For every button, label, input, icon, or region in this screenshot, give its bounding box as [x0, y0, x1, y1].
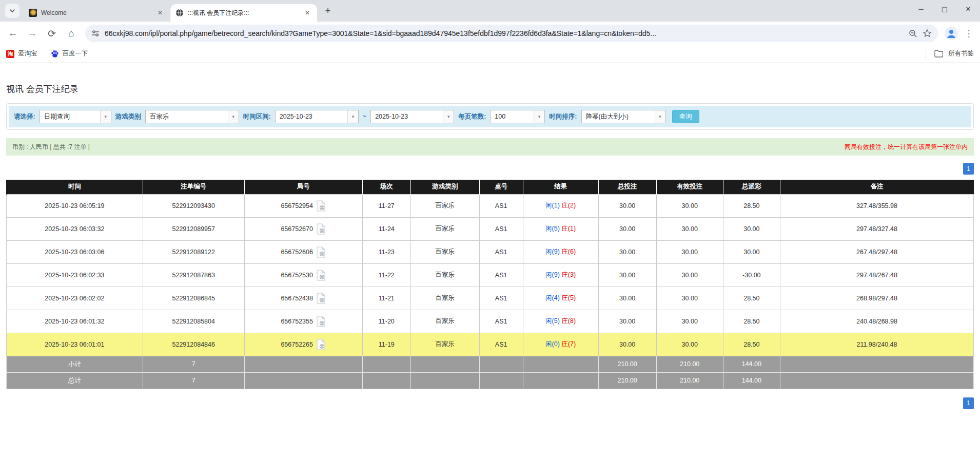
bet-time: 2025-10-23 06:05:19 — [7, 194, 143, 217]
empty-cell — [479, 372, 523, 389]
result-player: 闲(0) — [545, 340, 560, 348]
round-id-cell: 656752606 — [244, 240, 362, 263]
address-bar[interactable]: 66cxkj98.com/ipl/portal.php/game/betreco… — [85, 25, 938, 42]
sort-select[interactable]: 降幂(由大到小) ▼ — [581, 110, 666, 123]
url-text[interactable]: 66cxkj98.com/ipl/portal.php/game/betreco… — [105, 29, 904, 37]
session: 11-21 — [362, 287, 410, 310]
table-row: 2025-10-23 06:03:32522912089957656752670… — [7, 217, 974, 240]
table-header-row: 时间注单编号局号场次游戏类别桌号结果总投注有效投注总派彩备注 — [7, 180, 974, 194]
session: 11-23 — [362, 240, 410, 263]
bookmarks-bar: 淘 爱淘宝 百度一下 所有书签 — [0, 45, 980, 63]
payout: 28.50 — [723, 194, 780, 217]
valid-bet: 30.00 — [656, 263, 723, 287]
valid-bet: 30.00 — [656, 217, 723, 240]
range-separator: ~ — [363, 113, 366, 120]
tab-search-button[interactable] — [5, 4, 19, 18]
game-type-label: 游戏类别 — [115, 112, 141, 121]
game-type: 百家乐 — [410, 287, 479, 310]
payout: -30.00 — [723, 263, 780, 287]
result-cell: 闲(5) 庄(8) — [523, 310, 598, 333]
table-number: AS1 — [479, 217, 523, 240]
bookmark-taobao[interactable]: 淘 爱淘宝 — [6, 49, 37, 58]
table-number: AS1 — [479, 194, 523, 217]
valid-bet: 30.00 — [656, 240, 723, 263]
site-settings-icon[interactable] — [91, 29, 100, 37]
result-cell: 闲(9) 庄(3) — [523, 263, 598, 287]
home-button[interactable]: ⌂ — [63, 25, 80, 42]
video-record-icon[interactable] — [316, 270, 326, 281]
empty-cell — [523, 356, 598, 372]
empty-cell — [244, 372, 362, 389]
dropdown-arrow-icon: ▼ — [655, 110, 665, 123]
reload-button[interactable]: ⟳ — [43, 25, 61, 42]
total-bet-link[interactable]: 30.00 — [598, 287, 656, 310]
video-record-icon[interactable] — [316, 223, 326, 235]
result-cell: 闲(5) 庄(1) — [523, 217, 598, 240]
page-button[interactable]: 1 — [963, 397, 974, 409]
filter-strip: 请选择: 日期查询 ▼ 游戏类别 百家乐 ▼ 时间区间: 2025-10-23 … — [9, 106, 971, 127]
video-record-icon[interactable] — [316, 246, 326, 258]
round-id-cell: 656752438 — [244, 287, 362, 310]
query-type-select[interactable]: 日期查询 ▼ — [40, 110, 111, 123]
tab-betrecord-active[interactable]: :::视讯 会员下注纪录::: ✕ — [170, 4, 317, 22]
result-banker: 庄(8) — [561, 317, 576, 325]
total-bet-link[interactable]: 30.00 — [598, 217, 656, 240]
total-bet-link[interactable]: 30.00 — [598, 263, 656, 287]
result-player: 闲(5) — [545, 225, 560, 232]
total-bet-link[interactable]: 30.00 — [598, 310, 656, 333]
close-tab-icon[interactable]: ✕ — [303, 8, 312, 17]
minimize-button[interactable]: ─ — [909, 0, 933, 17]
profile-avatar[interactable] — [943, 25, 959, 42]
video-record-icon[interactable] — [316, 339, 326, 350]
result-player: 闲(9) — [545, 271, 560, 278]
query-type-value: 日期查询 — [40, 110, 100, 123]
round-id: 656752606 — [281, 249, 313, 256]
result-cell: 闲(9) 庄(6) — [523, 240, 598, 263]
currency-summary: 币别 : 人民币 | 总共 :7 注单 | — [12, 143, 90, 151]
bet-id: 522912086845 — [143, 287, 244, 310]
browser-menu-icon[interactable]: ⋮ — [962, 28, 976, 39]
date-to-select[interactable]: 2025-10-23 ▼ — [370, 110, 454, 123]
total-bet-link[interactable]: 30.00 — [598, 333, 656, 356]
maximize-button[interactable]: ▢ — [933, 0, 956, 17]
bookmark-baidu[interactable]: 百度一下 — [51, 49, 88, 58]
empty-cell — [479, 356, 523, 372]
all-bookmarks[interactable]: 所有书签 — [926, 49, 974, 59]
subtotal-row: 小计7210.00210.00144.00 — [7, 356, 974, 372]
video-record-icon[interactable] — [316, 316, 326, 327]
date-from-value: 2025-10-23 — [276, 110, 347, 123]
back-button[interactable]: ← — [4, 25, 22, 42]
game-type: 百家乐 — [410, 240, 479, 263]
game-type: 百家乐 — [410, 333, 479, 356]
forward-button[interactable]: → — [24, 25, 41, 42]
round-id: 656752438 — [281, 295, 313, 302]
result-banker: 庄(3) — [561, 271, 576, 278]
page-size-select[interactable]: 100 ▼ — [490, 110, 545, 123]
tab-welcome[interactable]: Welcome ✕ — [24, 4, 170, 22]
total-bet-link[interactable]: 30.00 — [598, 240, 656, 263]
search-button[interactable]: 查询 — [672, 110, 699, 123]
result-banker: 庄(6) — [561, 248, 576, 255]
table-body: 2025-10-23 06:05:19522912093430656752954… — [7, 194, 974, 389]
navigation-bar: ← → ⟳ ⌂ 66cxkj98.com/ipl/portal.php/game… — [0, 22, 980, 45]
empty-cell — [523, 372, 598, 389]
close-tab-icon[interactable]: ✕ — [155, 8, 165, 17]
table-row: 2025-10-23 06:02:02522912086845656752438… — [7, 287, 974, 310]
page-button[interactable]: 1 — [963, 163, 974, 175]
new-tab-button[interactable]: + — [321, 4, 335, 17]
bookmark-label: 爱淘宝 — [18, 49, 37, 58]
payout: 30.00 — [723, 240, 780, 263]
result-cell: 闲(1) 庄(2) — [523, 194, 598, 217]
game-type-select[interactable]: 百家乐 ▼ — [145, 110, 239, 123]
date-from-select[interactable]: 2025-10-23 ▼ — [275, 110, 359, 123]
zoom-out-icon[interactable] — [909, 29, 917, 38]
video-record-icon[interactable] — [316, 200, 326, 212]
close-window-button[interactable]: ✕ — [956, 0, 980, 17]
tab-strip: Welcome ✕ :::视讯 会员下注纪录::: ✕ + ─ ▢ ✕ — [0, 0, 980, 22]
total-bet-link[interactable]: 30.00 — [598, 194, 656, 217]
date-to-value: 2025-10-23 — [371, 110, 443, 123]
video-record-icon[interactable] — [316, 293, 326, 304]
table-row: 2025-10-23 06:05:19522912093430656752954… — [7, 194, 974, 217]
result-player: 闲(1) — [545, 202, 560, 209]
bookmark-star-icon[interactable] — [923, 29, 932, 38]
